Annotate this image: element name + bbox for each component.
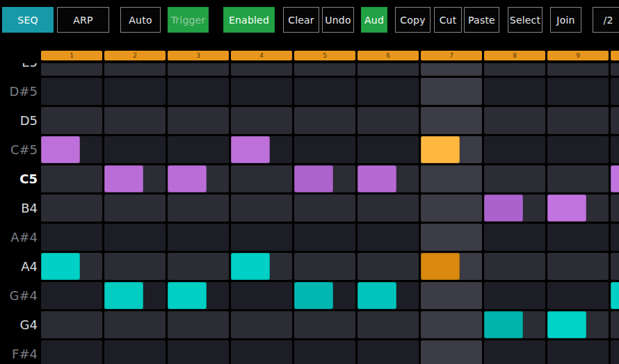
step-header-8[interactable]: 8 — [484, 51, 545, 60]
grid-cell-D#5-5[interactable] — [294, 78, 355, 105]
grid-cell-B4-4[interactable] — [231, 195, 292, 222]
step-header-10[interactable]: 10 — [611, 51, 619, 60]
grid-cell-C#5-3[interactable] — [168, 136, 229, 163]
grid-cell-A#4-3[interactable] — [168, 224, 229, 251]
grid-cell-D#5-4[interactable] — [231, 78, 292, 105]
grid-cell-G4-10[interactable] — [611, 311, 619, 338]
grid-cell-B4-6[interactable] — [357, 195, 419, 222]
grid-cell-F#4-4[interactable] — [231, 340, 292, 364]
grid-cell-F#4-6[interactable] — [357, 340, 419, 364]
grid-cell-F#4-9[interactable] — [547, 340, 609, 364]
grid-cell-C#5-5[interactable] — [294, 136, 355, 163]
grid-cell-B4-7[interactable] — [421, 195, 482, 222]
grid-cell-G#4-7[interactable] — [421, 282, 482, 309]
grid-cell-G4-4[interactable] — [231, 311, 292, 338]
grid-cell-F#4-5[interactable] — [294, 340, 355, 364]
grid-cell-A#4-7[interactable] — [421, 224, 482, 251]
note-G4-step8[interactable] — [484, 311, 523, 338]
grid-cell-D5-2[interactable] — [104, 107, 166, 134]
grid-cell-C5-4[interactable] — [231, 165, 292, 192]
note-C5-step2[interactable] — [104, 165, 143, 192]
grid-cell-C#5-10[interactable] — [611, 136, 619, 163]
grid-cell-G#4-1[interactable] — [41, 282, 102, 309]
grid-cell-A4-9[interactable] — [547, 253, 609, 280]
grid-cell-D5-5[interactable] — [294, 107, 355, 134]
grid-cell-A#4-5[interactable] — [294, 224, 355, 251]
note-C#5-step1[interactable] — [41, 136, 80, 163]
note-G#4-step3[interactable] — [168, 282, 207, 309]
grid-cell-C5-1[interactable] — [41, 165, 102, 192]
grid-cell-A#4-9[interactable] — [547, 224, 609, 251]
grid-cell-D#5-3[interactable] — [168, 78, 229, 105]
grid-cell-B4-5[interactable] — [294, 195, 355, 222]
grid-cell-A4-2[interactable] — [104, 253, 166, 280]
grid-cell-D#5-6[interactable] — [357, 78, 419, 105]
note-A4-step7[interactable] — [421, 253, 460, 280]
grid-cell-C#5-8[interactable] — [484, 136, 545, 163]
step-header-1[interactable]: 1 — [41, 51, 102, 60]
step-header-6[interactable]: 6 — [357, 51, 419, 60]
grid-cell-D#5-8[interactable] — [484, 78, 545, 105]
grid-cell-B4-10[interactable] — [611, 195, 619, 222]
step-header-7[interactable]: 7 — [421, 51, 482, 60]
grid-cell-A#4-6[interactable] — [357, 224, 419, 251]
note-C5-step3[interactable] — [168, 165, 207, 192]
note-C#5-step4[interactable] — [231, 136, 270, 163]
grid-cell-A#4-8[interactable] — [484, 224, 545, 251]
grid-cell-C#5-2[interactable] — [104, 136, 166, 163]
grid-cell-C5-7[interactable] — [421, 165, 482, 192]
note-C5-step6[interactable] — [357, 165, 396, 192]
grid-cell-B4-2[interactable] — [104, 195, 166, 222]
grid-cell-A4-5[interactable] — [294, 253, 355, 280]
grid-cell-C5-8[interactable] — [484, 165, 545, 192]
grid-cell-A#4-4[interactable] — [231, 224, 292, 251]
grid-cell-D#5-7[interactable] — [421, 78, 482, 105]
note-G#4-step6[interactable] — [357, 282, 396, 309]
note-C5-step5[interactable] — [294, 165, 333, 192]
grid-cell-A#4-1[interactable] — [41, 224, 102, 251]
grid-cell-D#5-1[interactable] — [41, 78, 102, 105]
grid-cell-D5-6[interactable] — [357, 107, 419, 134]
grid-cell-G4-5[interactable] — [294, 311, 355, 338]
note-B4-step9[interactable] — [547, 195, 586, 222]
grid-cell-D5-9[interactable] — [547, 107, 609, 134]
grid-cell-A4-10[interactable] — [611, 253, 619, 280]
grid-cell-C#5-6[interactable] — [357, 136, 419, 163]
note-G#4-step10[interactable] — [611, 282, 619, 309]
note-A4-step4[interactable] — [231, 253, 270, 280]
grid-cell-D5-3[interactable] — [168, 107, 229, 134]
note-A4-step1[interactable] — [41, 253, 80, 280]
grid-cell-D#5-2[interactable] — [104, 78, 166, 105]
grid-cell-G4-1[interactable] — [41, 311, 102, 338]
note-C5-step10[interactable] — [611, 165, 619, 192]
grid-cell-A4-6[interactable] — [357, 253, 419, 280]
grid-cell-D5-4[interactable] — [231, 107, 292, 134]
grid-cell-G4-7[interactable] — [421, 311, 482, 338]
step-header-4[interactable]: 4 — [231, 51, 292, 60]
step-header-5[interactable]: 5 — [294, 51, 355, 60]
note-G4-step9[interactable] — [547, 311, 586, 338]
grid-cell-A4-8[interactable] — [484, 253, 545, 280]
grid-cell-D5-1[interactable] — [41, 107, 102, 134]
grid-cell-G4-3[interactable] — [168, 311, 229, 338]
grid-cell-F#4-2[interactable] — [104, 340, 166, 364]
grid-cell-D5-8[interactable] — [484, 107, 545, 134]
grid-cell-D5-10[interactable] — [611, 107, 619, 134]
grid-cell-C#5-9[interactable] — [547, 136, 609, 163]
step-header-9[interactable]: 9 — [547, 51, 609, 60]
grid-cell-F#4-3[interactable] — [168, 340, 229, 364]
grid-cell-C5-9[interactable] — [547, 165, 609, 192]
grid-cell-F#4-10[interactable] — [611, 340, 619, 364]
grid-cell-F#4-8[interactable] — [484, 340, 545, 364]
note-G#4-step2[interactable] — [104, 282, 143, 309]
grid-cell-A4-3[interactable] — [168, 253, 229, 280]
grid-cell-A#4-2[interactable] — [104, 224, 166, 251]
grid-cell-G#4-8[interactable] — [484, 282, 545, 309]
grid-cell-G4-2[interactable] — [104, 311, 166, 338]
grid-cell-F#4-1[interactable] — [41, 340, 102, 364]
grid-cell-D#5-9[interactable] — [547, 78, 609, 105]
grid-cell-G#4-4[interactable] — [231, 282, 292, 309]
grid-cell-A#4-10[interactable] — [611, 224, 619, 251]
grid-cell-G#4-9[interactable] — [547, 282, 609, 309]
grid-cell-G4-6[interactable] — [357, 311, 419, 338]
